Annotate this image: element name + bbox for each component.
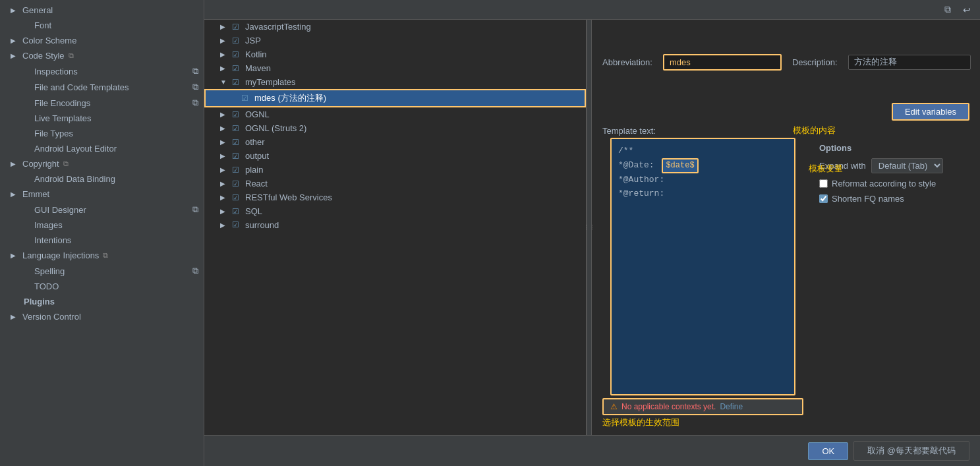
sidebar-item-general[interactable]: ▶ General — [0, 3, 204, 18]
sidebar-item-copyright[interactable]: ▶ Copyright ⧉ — [0, 156, 204, 171]
reformat-checkbox[interactable] — [819, 179, 828, 188]
sidebar-item-label: Plugins — [24, 297, 55, 306]
sidebar-item-inspections[interactable]: Inspections ⧉ — [0, 63, 204, 79]
code-line-1: /** — [618, 144, 788, 158]
arrow-icon: ▶ — [11, 313, 18, 320]
tree-item-javascript-testing[interactable]: ▶ ☑ JavascriptTesting — [204, 20, 586, 34]
sidebar-item-plugins[interactable]: Plugins — [0, 294, 204, 309]
tree-item-maven[interactable]: ▶ ☑ Maven — [204, 61, 586, 75]
tree-item-ognl-struts2[interactable]: ▶ ☑ OGNL (Struts 2) — [204, 121, 586, 135]
sidebar-item-color-scheme[interactable]: ▶ Color Scheme — [0, 33, 204, 48]
sidebar-item-version-control[interactable]: ▶ Version Control — [0, 309, 204, 324]
template-text-label: Template text: — [602, 126, 656, 136]
drag-handle[interactable]: ⋮⋮ — [587, 20, 592, 435]
collapsed-arrow-icon: ▶ — [220, 208, 229, 215]
sidebar-item-label: Inspections — [34, 67, 78, 76]
sidebar-item-android-data-binding[interactable]: Android Data Binding — [0, 171, 204, 187]
sidebar-item-emmet[interactable]: ▶ Emmet — [0, 187, 204, 202]
collapsed-arrow-icon: ▶ — [220, 51, 229, 58]
tree-item-label: Maven — [245, 63, 581, 73]
collapsed-arrow-icon: ▶ — [220, 221, 229, 229]
edit-vars-row: Edit variables — [592, 100, 980, 123]
checkbox-icon: ☑ — [232, 193, 243, 202]
tree-item-label: mdes (方法的注释) — [254, 92, 579, 104]
tree-item-surround[interactable]: ▶ ☑ surround — [204, 218, 586, 231]
tree-item-label: plain — [245, 165, 581, 175]
copy-icon: ⧉ — [192, 204, 198, 215]
sidebar-item-file-types[interactable]: File Types — [0, 126, 204, 141]
sidebar-item-todo[interactable]: TODO — [0, 279, 204, 294]
sidebar-item-images[interactable]: Images — [0, 218, 204, 233]
copy-icon: ⧉ — [69, 51, 74, 60]
checkbox-icon: ☑ — [232, 78, 243, 87]
cancel-button[interactable]: 取消 @每天都要敲代码 — [853, 441, 969, 461]
sidebar-item-label: Live Templates — [34, 113, 91, 123]
checkbox-icon: ☑ — [232, 50, 243, 59]
tree-item-label: surround — [245, 220, 581, 230]
ok-button[interactable]: OK — [808, 442, 848, 460]
copy-icon: ⧉ — [192, 98, 198, 108]
tree-item-label: output — [245, 151, 581, 161]
main-content: ⧉ ↩ ▶ ☑ JavascriptTesting ▶ ☑ — [204, 0, 980, 466]
tree-item-label: RESTful Web Services — [245, 192, 581, 202]
sidebar-item-live-templates[interactable]: Live Templates — [0, 111, 204, 126]
copy-icon: ⧉ — [192, 266, 198, 276]
tree-item-output[interactable]: ▶ ☑ output — [204, 149, 586, 163]
tree-item-plain[interactable]: ▶ ☑ plain — [204, 163, 586, 177]
arrow-icon: ▶ — [11, 160, 18, 167]
sidebar-item-label: TODO — [34, 281, 59, 291]
checkbox-icon: ☑ — [232, 152, 243, 161]
abbreviation-label: Abbreviation: — [602, 57, 652, 67]
reset-toolbar-button[interactable]: ↩ — [959, 3, 975, 16]
sidebar-item-label: Language Injections — [22, 250, 99, 260]
collapsed-arrow-icon: ▶ — [220, 138, 229, 146]
tree-item-mdes[interactable]: ☑ mdes (方法的注释) — [204, 89, 586, 107]
expand-with-select[interactable]: Default (Tab) — [871, 158, 943, 173]
variable-date: $date$ — [662, 158, 698, 173]
abbreviation-input[interactable] — [663, 54, 782, 71]
annotation-content-label: 模板的内容 — [793, 125, 836, 136]
sidebar-item-file-code-templates[interactable]: File and Code Templates ⧉ — [0, 79, 204, 95]
sidebar-item-spelling[interactable]: Spelling ⧉ — [0, 263, 204, 279]
sidebar-item-label: File and Code Templates — [34, 82, 129, 92]
sidebar-item-font[interactable]: Font — [0, 18, 204, 33]
sidebar-item-file-encodings[interactable]: File Encodings ⧉ — [0, 95, 204, 111]
sidebar-item-gui-designer[interactable]: GUI Designer ⧉ — [0, 202, 204, 218]
sidebar-item-label: File Encodings — [34, 98, 90, 108]
edit-variables-button[interactable]: Edit variables — [892, 103, 969, 121]
sidebar-item-label: Copyright — [22, 159, 59, 169]
tree-item-other[interactable]: ▶ ☑ other — [204, 135, 586, 149]
warning-define-link[interactable]: Define — [720, 402, 743, 411]
tree-item-mytemplates[interactable]: ▼ ☑ myTemplates — [204, 75, 586, 89]
sidebar-item-label: GUI Designer — [34, 205, 86, 215]
sidebar-item-android-layout-editor[interactable]: Android Layout Editor — [0, 141, 204, 156]
tree-item-jsp[interactable]: ▶ ☑ JSP — [204, 34, 586, 47]
shorten-fq-row: Shorten FQ names — [819, 194, 962, 204]
tree-item-label: other — [245, 137, 581, 147]
tree-item-sql[interactable]: ▶ ☑ SQL — [204, 204, 586, 218]
sidebar-item-code-style[interactable]: ▶ Code Style ⧉ — [0, 48, 204, 63]
main-split: ▶ ☑ JavascriptTesting ▶ ☑ JSP ▶ ☑ Kotl — [204, 20, 980, 435]
warning-bar: ⚠ No applicable contexts yet. Define — [602, 398, 803, 415]
collapsed-arrow-icon: ▶ — [220, 65, 229, 72]
shorten-fq-checkbox[interactable] — [819, 194, 828, 203]
checkbox-icon: ☑ — [232, 124, 243, 133]
template-text-row: Template text: 模板的内容 — [592, 123, 980, 138]
code-box-container: /** *@Date: $date$ *@Author: *@return: 模… — [602, 138, 803, 430]
template-code-box[interactable]: /** *@Date: $date$ *@Author: *@return: — [610, 138, 795, 395]
code-line-4: *@return: — [618, 187, 788, 201]
sidebar-item-label: Font — [34, 20, 51, 30]
copy-toolbar-button[interactable]: ⧉ — [940, 3, 955, 16]
tree-item-ognl[interactable]: ▶ ☑ OGNL — [204, 107, 586, 121]
sidebar-item-language-injections[interactable]: ▶ Language Injections ⧉ — [0, 248, 204, 263]
dialog-content: ▶ General Font ▶ Color Scheme ▶ Code Sty… — [0, 0, 980, 466]
description-label: Description: — [792, 57, 838, 67]
tree-item-react[interactable]: ▶ ☑ React — [204, 177, 586, 190]
tree-item-restful[interactable]: ▶ ☑ RESTful Web Services — [204, 190, 586, 204]
top-toolbar: ⧉ ↩ — [204, 0, 980, 20]
sidebar-item-intentions[interactable]: Intentions — [0, 233, 204, 248]
copy-icon: ⧉ — [192, 82, 198, 92]
tree-item-kotlin[interactable]: ▶ ☑ Kotlin — [204, 47, 586, 61]
tree-item-label: OGNL (Struts 2) — [245, 123, 581, 133]
description-input[interactable] — [848, 55, 971, 70]
